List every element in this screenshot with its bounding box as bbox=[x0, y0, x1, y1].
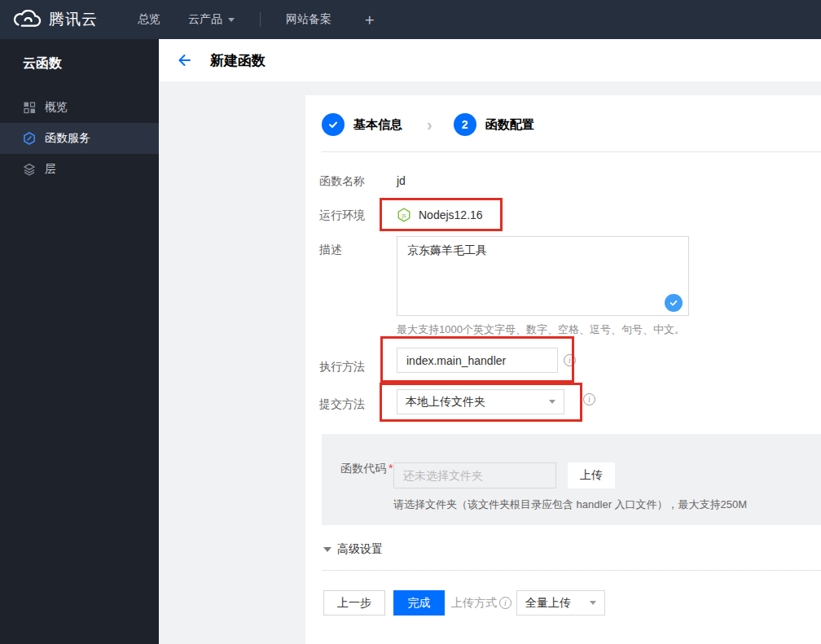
triangle-down-icon bbox=[323, 547, 331, 552]
description-hint: 最大支持1000个英文字母、数字、空格、逗号、句号、中文。 bbox=[397, 322, 685, 337]
step-chevron-icon: › bbox=[427, 116, 432, 134]
valid-check-icon bbox=[665, 294, 683, 312]
top-navbar: 腾讯云 总览 云产品 网站备案 ＋ bbox=[0, 0, 821, 39]
brand-text: 腾讯云 bbox=[49, 9, 98, 30]
step1-label: 基本信息 bbox=[353, 117, 402, 133]
upload-mode-label: 上传方式 bbox=[451, 596, 497, 611]
nav-item-cloud-products[interactable]: 云产品 bbox=[188, 12, 235, 27]
chevron-down-icon bbox=[590, 601, 596, 605]
sidebar-item-layers[interactable]: 层 bbox=[0, 154, 159, 185]
nav-item-icp-filing[interactable]: 网站备案 bbox=[286, 12, 331, 27]
steps-divider bbox=[322, 151, 821, 152]
previous-step-button[interactable]: 上一步 bbox=[323, 590, 385, 616]
upload-mode-label-wrap: 上传方式 i bbox=[451, 596, 511, 611]
upload-mode-info-icon[interactable]: i bbox=[499, 597, 511, 609]
submit-method-label: 提交方法 bbox=[319, 396, 365, 412]
sidebar-item-label: 层 bbox=[45, 162, 56, 177]
submit-method-info-icon[interactable]: i bbox=[583, 393, 595, 405]
handler-info-icon[interactable]: i bbox=[564, 354, 576, 366]
upload-button[interactable]: 上传 bbox=[568, 462, 615, 488]
sidebar-item-label: 概览 bbox=[45, 100, 68, 115]
runtime-value-box: js Nodejs12.16 bbox=[380, 198, 503, 231]
function-code-label: 函数代码* bbox=[340, 462, 393, 476]
chevron-down-icon bbox=[549, 400, 555, 404]
finish-button[interactable]: 完成 bbox=[393, 590, 445, 616]
handler-input[interactable] bbox=[397, 348, 558, 373]
submit-method-value: 本地上传文件夹 bbox=[406, 395, 485, 410]
top-menu: 总览 云产品 网站备案 ＋ bbox=[124, 9, 377, 30]
chevron-down-icon bbox=[228, 18, 235, 22]
description-textarea[interactable]: 京东薅羊毛工具 bbox=[397, 236, 689, 316]
runtime-value: Nodejs12.16 bbox=[419, 208, 483, 221]
sidebar-item-overview[interactable]: 概览 bbox=[0, 92, 159, 123]
footer-divider bbox=[322, 570, 821, 571]
nav-divider bbox=[260, 12, 261, 27]
function-code-section: 函数代码* 上传 请选择文件夹（该文件夹根目录应包含 handler 入口文件）… bbox=[322, 434, 821, 525]
tencent-cloud-logo[interactable]: 腾讯云 bbox=[11, 9, 98, 30]
layers-icon bbox=[23, 163, 36, 176]
advanced-settings-label: 高级设置 bbox=[337, 542, 383, 557]
function-name-value: jd bbox=[397, 173, 406, 189]
handler-label: 执行方法 bbox=[319, 358, 365, 375]
content-header: 新建函数 bbox=[159, 39, 821, 81]
sidebar: 云函数 概览 函数服务 bbox=[0, 39, 159, 644]
sidebar-menu: 概览 函数服务 层 bbox=[0, 92, 159, 185]
function-name-label: 函数名称 bbox=[319, 173, 365, 189]
add-tab-icon[interactable]: ＋ bbox=[362, 9, 377, 30]
create-function-card: 基本信息 › 2 函数配置 函数名称 jd 运行环境 js Nodejs12.1… bbox=[305, 95, 821, 644]
nav-item-overview[interactable]: 总览 bbox=[138, 12, 160, 27]
page-title: 新建函数 bbox=[210, 51, 266, 70]
footer-actions: 上一步 完成 上传方式 i 全量上传 bbox=[323, 590, 605, 616]
grid-icon bbox=[23, 101, 36, 114]
svg-text:js: js bbox=[401, 211, 406, 218]
required-asterisk: * bbox=[389, 462, 393, 475]
advanced-settings-toggle[interactable]: 高级设置 bbox=[323, 542, 383, 557]
cloud-logo-icon bbox=[11, 10, 42, 30]
back-arrow-icon[interactable] bbox=[176, 52, 192, 68]
upload-mode-value: 全量上传 bbox=[525, 596, 571, 611]
upload-mode-select[interactable]: 全量上传 bbox=[516, 590, 605, 616]
step2-number: 2 bbox=[454, 113, 476, 136]
sidebar-item-function-service[interactable]: 函数服务 bbox=[0, 123, 159, 154]
scf-hexagon-icon bbox=[23, 132, 36, 145]
function-code-hint: 请选择文件夹（该文件夹根目录应包含 handler 入口文件），最大支持250M bbox=[393, 497, 747, 512]
folder-path-input bbox=[393, 462, 556, 488]
submit-method-select[interactable]: 本地上传文件夹 bbox=[397, 389, 564, 414]
step1-completed-icon bbox=[322, 113, 345, 136]
sidebar-item-label: 函数服务 bbox=[45, 131, 90, 146]
step-indicator: 基本信息 › 2 函数配置 bbox=[322, 113, 534, 136]
sidebar-title: 云函数 bbox=[0, 39, 159, 72]
runtime-label: 运行环境 bbox=[319, 207, 365, 223]
step2-label: 函数配置 bbox=[485, 117, 534, 133]
nodejs-icon: js bbox=[397, 208, 411, 222]
description-label: 描述 bbox=[319, 241, 342, 257]
